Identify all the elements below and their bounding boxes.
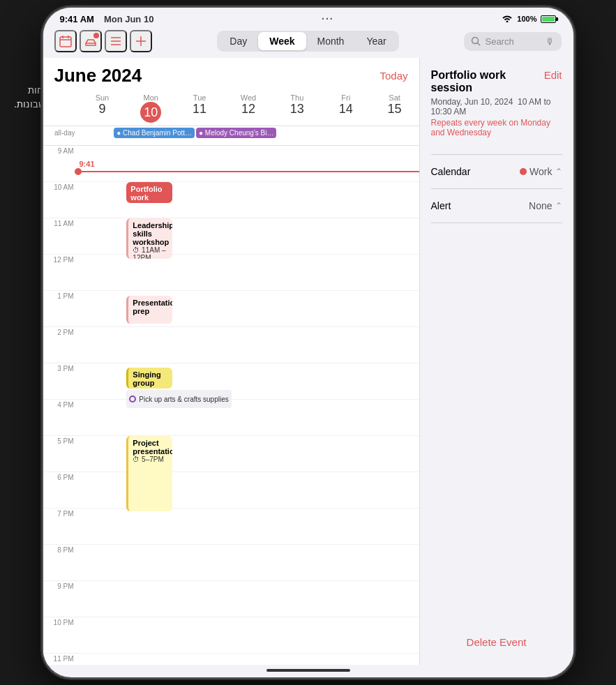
status-time: 9:41 AM [60, 14, 94, 24]
status-date: Mon Jun 10 [104, 14, 154, 24]
event-portfolio[interactable]: Portfolio work session [126, 182, 172, 203]
event-singing-title: Singing group [133, 370, 168, 387]
current-time-line: 9:41 [78, 171, 419, 172]
time-row-1pm: 1 PM [43, 291, 419, 327]
calendar-value: Work ⌃ [520, 166, 562, 177]
status-bar: 9:41 AM Mon Jun 10 ··· 100% [43, 8, 573, 27]
inbox-dot [93, 33, 99, 38]
search-placeholder: Search [485, 36, 513, 47]
allday-row: all-day ● Chad Benjamin Pott… ● Melody C… [43, 126, 419, 146]
allday-thu [313, 126, 348, 145]
search-icon [471, 36, 481, 46]
alert-value: None ⌃ [529, 200, 562, 211]
delete-event-button[interactable]: Delete Event [431, 631, 562, 654]
tab-year[interactable]: Year [355, 32, 397, 50]
time-label-1pm: 1 PM [43, 291, 78, 326]
allday-label: all-day [43, 126, 78, 145]
time-label-9pm: 9 PM [43, 581, 78, 617]
detail-alert-row: Alert None ⌃ [431, 195, 562, 217]
time-row-9am: 9 AM [43, 146, 419, 182]
work-dot [520, 168, 527, 175]
day-header-tue: Tue 11 [175, 91, 224, 126]
toolbar: Day Week Month Year Search 🎙 [43, 27, 573, 58]
time-cells-9am [78, 146, 419, 181]
time-row-9pm: 9 PM [43, 581, 419, 617]
allday-sat [384, 126, 419, 145]
time-label-11pm: 11 PM [43, 654, 78, 665]
current-time-dot [75, 168, 82, 175]
dots-menu: ··· [322, 13, 334, 24]
time-label-10am: 10 AM [43, 182, 78, 218]
inbox-button[interactable] [80, 30, 102, 52]
mic-icon[interactable]: 🎙 [546, 36, 555, 47]
event-portfolio-title: Portfolio work session [130, 185, 168, 203]
tab-month[interactable]: Month [306, 32, 356, 50]
calendar-section: June 2024 Today Sun 9 Mon 10 Tue 11 [43, 58, 420, 665]
detail-title-row: Portfolio work session Edit [431, 69, 562, 94]
detail-divider [431, 154, 562, 155]
battery-icon: 100% [517, 15, 536, 23]
day-header-sun: Sun 9 [78, 91, 127, 126]
detail-spacer [431, 229, 562, 631]
allday-wed [277, 126, 313, 145]
toolbar-icons [54, 30, 152, 52]
tab-day[interactable]: Day [218, 32, 258, 50]
detail-repeat: Repeats every week on Monday and Wednesd… [431, 118, 562, 137]
time-cells-10pm [78, 617, 419, 653]
status-right: 100% [502, 14, 556, 24]
allday-event-chad[interactable]: ● Chad Benjamin Pott… [114, 128, 195, 138]
calendar-icon-button[interactable] [54, 30, 77, 52]
time-row-5pm: 5 PM [43, 436, 419, 472]
time-row-2pm: 2 PM [43, 327, 419, 363]
view-tabs: Day Week Month Year [217, 31, 398, 52]
calendar-label: Calendar [431, 166, 471, 177]
allday-event-melody[interactable]: ● Melody Cheung's Bi… [196, 128, 276, 138]
event-project[interactable]: Project presentations ⏱ 5–7PM [126, 436, 172, 511]
time-cells-9pm [78, 581, 419, 617]
month-header: June 2024 Today [43, 58, 419, 91]
detail-panel: Portfolio work session Edit Monday, Jun … [420, 58, 573, 665]
event-leadership-time: ⏱ 11AM – 12PM [133, 246, 168, 259]
time-cells-12pm [78, 255, 419, 290]
event-project-time: ⏱ 5–7PM [133, 456, 168, 463]
svg-rect-0 [60, 37, 71, 47]
ipad-frame: 9:41 AM Mon Jun 10 ··· 100% [43, 8, 573, 677]
time-row-10pm: 10 PM [43, 617, 419, 654]
detail-calendar-row: Calendar Work ⌃ [431, 160, 562, 183]
time-label-7pm: 7 PM [43, 509, 78, 544]
event-singing[interactable]: Singing group [126, 368, 172, 389]
time-grid[interactable]: 9 AM 10 AM 11 AM 12 PM [43, 146, 419, 665]
day-header-mon: Mon 10 [126, 91, 175, 126]
event-pickup[interactable]: Pick up arts & crafts supplies [126, 390, 231, 408]
tab-week[interactable]: Week [258, 32, 306, 50]
time-row-12pm: 12 PM [43, 255, 419, 291]
time-label-9am: 9 AM [43, 146, 78, 181]
event-presentation-prep[interactable]: Presentation prep [126, 296, 172, 324]
today-button[interactable]: Today [380, 70, 407, 82]
current-time-label: 9:41 [80, 160, 95, 168]
main-content: June 2024 Today Sun 9 Mon 10 Tue 11 [43, 58, 573, 665]
time-cells-2pm [78, 327, 419, 363]
search-bar[interactable]: Search 🎙 [464, 32, 562, 51]
event-leadership[interactable]: Leadership skills workshop ⏱ 11AM – 12PM [126, 218, 172, 259]
list-button[interactable] [105, 30, 127, 52]
allday-mon: ● Chad Benjamin Pott… [113, 126, 195, 145]
time-row-10am: 10 AM [43, 182, 419, 218]
allday-sun [78, 126, 114, 145]
day-header-thu: Thu 13 [273, 91, 322, 126]
time-label-11am: 11 AM [43, 218, 78, 254]
svg-point-10 [472, 38, 479, 44]
pickup-circle [129, 396, 136, 402]
day-headers: Sun 9 Mon 10 Tue 11 Wed 12 Thu 13 [43, 91, 419, 126]
wifi-icon [502, 14, 513, 24]
event-leadership-title: Leadership skills workshop [133, 221, 168, 246]
detail-event-title: Portfolio work session [431, 69, 539, 94]
detail-divider-3 [431, 223, 562, 223]
time-row-6pm: 6 PM [43, 472, 419, 509]
day-header-wed: Wed 12 [224, 91, 273, 126]
home-indicator [266, 669, 350, 672]
add-button[interactable] [130, 30, 152, 52]
svg-line-11 [478, 43, 481, 46]
edit-button[interactable]: Edit [544, 69, 562, 81]
event-project-title: Project presentations [133, 439, 168, 456]
